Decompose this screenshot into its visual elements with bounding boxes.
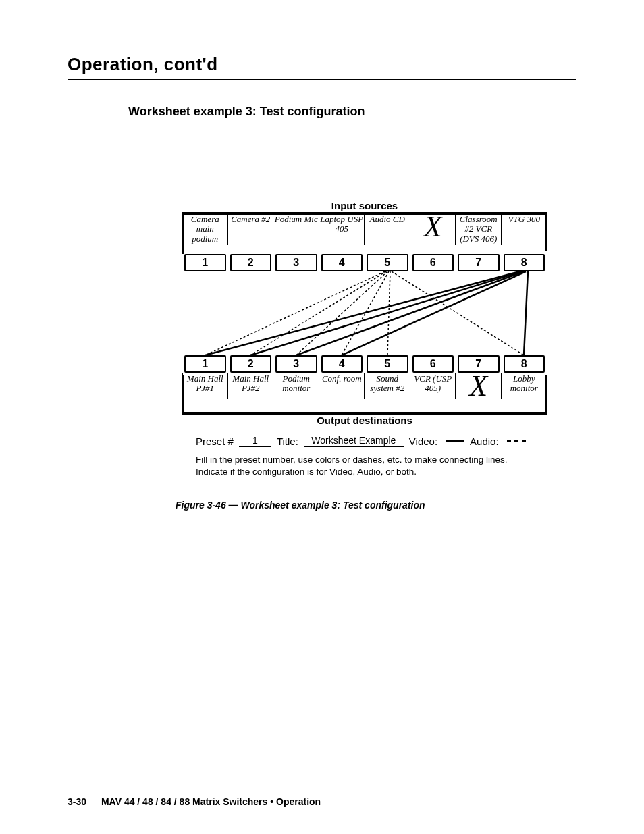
- input-label: Camera main podium: [182, 215, 228, 244]
- label-text: Lobby monitor: [510, 373, 538, 393]
- label-text: VCR (USP 405): [414, 373, 452, 393]
- cross-icon: X: [469, 369, 487, 402]
- audio-legend-label: Audio:: [470, 436, 499, 447]
- audio-dash-icon: [507, 440, 526, 442]
- input-label: Audio CD: [365, 215, 410, 244]
- label-text: Main Hall PJ#1: [187, 373, 223, 393]
- output-label: Lobby monitor: [502, 374, 547, 398]
- title-value: Worksheet Example: [304, 435, 404, 447]
- label-text: Audio CD: [370, 214, 405, 224]
- output-label: Main Hall PJ#2: [228, 374, 274, 398]
- input-label: VTG 300: [502, 215, 547, 244]
- input-port-box: 3: [275, 254, 317, 271]
- preset-form-row: Preset # 1 Title: Worksheet Example Vide…: [196, 435, 554, 447]
- output-label: VCR (USP 405): [410, 374, 456, 398]
- input-port-box: 1: [184, 254, 226, 271]
- preset-value: 1: [239, 435, 271, 447]
- input-label: Podium Mic: [273, 215, 319, 244]
- frame-bar: [545, 375, 547, 415]
- label-text: Conf. room: [322, 373, 362, 384]
- label-text: Camera main podium: [191, 214, 219, 244]
- svg-line-3: [342, 271, 526, 355]
- output-label: Main Hall PJ#1: [182, 374, 228, 398]
- input-label: Laptop USP 405: [319, 215, 365, 244]
- input-port-box: 4: [321, 254, 363, 271]
- input-port-box: 7: [458, 254, 500, 271]
- page-title: Operation, cont'd: [68, 54, 576, 75]
- section-heading: Worksheet example 3: Test configuration: [128, 105, 576, 119]
- input-port-box: 5: [367, 254, 408, 271]
- output-port-box: 1: [184, 355, 226, 373]
- label-text: Podium Mic: [275, 214, 318, 224]
- label-text: Sound system #2: [370, 373, 404, 393]
- output-port-box: 2: [230, 355, 272, 373]
- page: Operation, cont'd Worksheet example 3: T…: [0, 0, 644, 834]
- instruction-line: Fill in the preset number, use colors or…: [196, 454, 547, 466]
- output-port-box: 4: [321, 355, 363, 373]
- connections-svg: [182, 271, 547, 355]
- figure-caption: Figure 3-46 — Worksheet example 3: Test …: [176, 500, 425, 511]
- svg-line-4: [524, 271, 528, 355]
- diagram-caption-bottom: Output destinations: [176, 415, 554, 426]
- label-text: VTG 300: [508, 214, 540, 224]
- svg-line-0: [205, 271, 520, 355]
- output-port-box: 6: [412, 355, 454, 373]
- output-label: X: [456, 374, 502, 398]
- header-rule: [68, 79, 576, 80]
- input-port-box: 2: [230, 254, 272, 271]
- title-label: Title:: [277, 436, 298, 447]
- book-title: MAV 44 / 48 / 84 / 88 Matrix Switchers •…: [101, 796, 321, 807]
- input-label: Classroom #2 VCR (DVS 406): [456, 215, 502, 244]
- page-footer: 3-30 MAV 44 / 48 / 84 / 88 Matrix Switch…: [68, 796, 321, 807]
- page-number: 3-30: [68, 796, 86, 807]
- input-labels-row: Camera main podium Camera #2 Podium Mic …: [182, 215, 547, 244]
- label-text: Camera #2: [231, 214, 270, 224]
- label-text: Laptop USP 405: [320, 214, 363, 234]
- output-label: Sound system #2: [365, 374, 410, 398]
- label-text: Podium monitor: [282, 373, 310, 393]
- label-text: Main Hall PJ#2: [232, 373, 269, 393]
- output-label: Conf. room: [319, 374, 365, 398]
- instruction-text: Fill in the preset number, use colors or…: [196, 454, 547, 478]
- matrix-diagram: Input sources Camera main podium Camera …: [176, 200, 554, 429]
- input-port-box: 6: [412, 254, 454, 271]
- svg-line-5: [205, 271, 385, 355]
- input-number-row: 1 2 3 4 5 6 7 8: [182, 254, 547, 271]
- instruction-line: Indicate if the configuration is for Vid…: [196, 466, 547, 478]
- video-legend-label: Video:: [409, 436, 437, 447]
- output-port-box: 5: [367, 355, 408, 373]
- output-number-row: 1 2 3 4 5 6 7 8: [182, 355, 547, 373]
- preset-label: Preset #: [196, 436, 234, 447]
- output-label: Podium monitor: [273, 374, 319, 398]
- input-port-box: 8: [504, 254, 545, 271]
- output-labels-row: Main Hall PJ#1 Main Hall PJ#2 Podium mon…: [182, 374, 547, 398]
- input-label: Camera #2: [228, 215, 274, 244]
- diagram-caption-top: Input sources: [176, 200, 554, 211]
- frame-bar: [182, 375, 184, 415]
- cross-icon: X: [424, 210, 442, 243]
- label-text: Classroom #2 VCR (DVS 406): [460, 214, 498, 244]
- svg-line-1: [250, 271, 522, 355]
- svg-line-2: [296, 271, 524, 355]
- input-label: X: [410, 215, 456, 244]
- svg-line-7: [296, 271, 387, 355]
- video-line-icon: [446, 440, 464, 442]
- output-port-box: 3: [275, 355, 317, 373]
- output-port-box: 8: [504, 355, 545, 373]
